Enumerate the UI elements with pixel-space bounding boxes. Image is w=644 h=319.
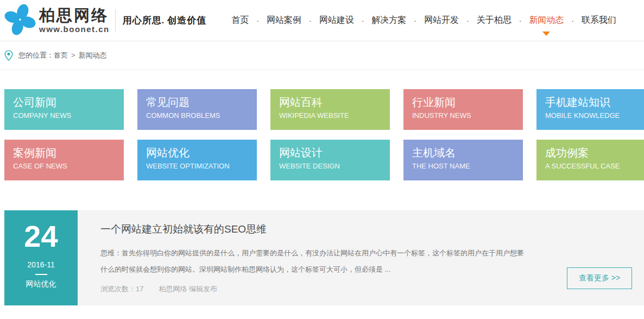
news-excerpt: 思维：首先你得明白你的网站提供的是什么，用户需要的是什么，有没办法让网站在用户心…: [100, 245, 529, 278]
site-header: 柏思网络 www.boonet.cn 用心所思. 创造价值 首页·网站案例·网站…: [0, 0, 644, 41]
nav-item-1[interactable]: 网站案例: [267, 11, 301, 29]
category-card-3[interactable]: 行业新闻 INDUSTRY NEWS: [403, 89, 523, 130]
logo[interactable]: 柏思网络 www.boonet.cn: [4, 4, 110, 37]
category-card-title: 手机建站知识: [545, 95, 644, 109]
news-title-link[interactable]: 一个网站建立初始就该有的SEO思维: [100, 222, 644, 236]
category-card-5[interactable]: 案例新闻 CASE OF NEWS: [4, 140, 124, 180]
news-content: 一个网站建立初始就该有的SEO思维 思维：首先你得明白你的网站提供的是什么，用户…: [78, 210, 644, 305]
category-card-subtitle: THE HOST NAME: [412, 162, 523, 170]
main-nav: 首页·网站案例·网站建设·解决方案·网站开发·关于柏思·新闻动态·联系我们: [231, 11, 616, 29]
nav-separator: ·: [309, 16, 312, 25]
nav-item-4[interactable]: 网站开发: [424, 11, 459, 29]
breadcrumb-text: 您的位置：首页>新闻动态: [18, 51, 107, 60]
news-views: 浏览次数：17: [100, 285, 143, 293]
nav-separator: ·: [256, 16, 259, 25]
news-date-day: 24: [24, 221, 58, 252]
category-card-title: 网站百科: [279, 95, 390, 109]
nav-item-3[interactable]: 解决方案: [371, 11, 406, 29]
news-list-item: 24 2016-11 网站优化 一个网站建立初始就该有的SEO思维 思维：首先你…: [4, 210, 644, 305]
breadcrumb-prefix: 您的位置：: [18, 51, 54, 59]
category-card-subtitle: WIKIPEDIA WEBSITE: [279, 111, 390, 120]
logo-url: www.boonet.cn: [39, 24, 110, 34]
category-card-subtitle: WEBSITE OPTIMIZATION: [146, 162, 257, 170]
nav-separator: ·: [362, 16, 364, 25]
news-publisher: 柏思网络 编辑发布: [159, 285, 217, 293]
category-card-title: 主机域名: [412, 146, 523, 160]
news-meta: 浏览次数：17柏思网络 编辑发布: [100, 284, 644, 294]
category-card-2[interactable]: 网站百科 WIKIPEDIA WEBSITE: [270, 89, 390, 130]
category-card-subtitle: COMMON BROBLEMS: [146, 111, 257, 120]
category-card-title: 公司新闻: [13, 95, 124, 109]
nav-item-0[interactable]: 首页: [231, 11, 249, 29]
breadcrumb-separator: >: [71, 51, 75, 59]
nav-separator: ·: [414, 16, 416, 25]
category-card-subtitle: INDUSTRY NEWS: [412, 111, 523, 120]
nav-item-6[interactable]: 新闻动态: [529, 11, 564, 29]
news-category-label: 网站优化: [26, 279, 56, 289]
category-card-4[interactable]: 手机建站知识 MOBILE KNOWLEDGE: [536, 89, 644, 130]
category-card-title: 网站优化: [146, 146, 257, 160]
nav-separator: ·: [519, 16, 522, 25]
view-more-button[interactable]: 查看更多 >>: [567, 267, 632, 289]
logo-flower-icon: [4, 4, 36, 37]
nav-separator: ·: [466, 16, 469, 25]
breadcrumb-current: 新闻动态: [79, 51, 107, 59]
category-card-subtitle: COMPANY NEWS: [13, 111, 124, 120]
category-card-8[interactable]: 主机域名 THE HOST NAME: [403, 140, 523, 180]
header-divider: [115, 9, 116, 32]
category-card-title: 行业新闻: [412, 95, 523, 109]
breadcrumb: 您的位置：首页>新闻动态: [0, 41, 644, 70]
news-date-month: 2016-11: [27, 260, 54, 269]
category-card-subtitle: WEBSITE DESIGN: [279, 162, 390, 170]
nav-item-2[interactable]: 网站建设: [319, 11, 354, 29]
nav-item-5[interactable]: 关于柏思: [477, 11, 512, 29]
breadcrumb-home-link[interactable]: 首页: [54, 51, 68, 59]
category-grid: 公司新闻 COMPANY NEWS 常见问题 COMMON BROBLEMS 网…: [0, 89, 644, 180]
category-card-9[interactable]: 成功例案 A SUCCESSFUL CASE: [536, 140, 644, 180]
category-card-1[interactable]: 常见问题 COMMON BROBLEMS: [137, 89, 257, 130]
category-card-title: 案例新闻: [13, 146, 124, 160]
location-pin-icon: [4, 50, 13, 61]
category-card-subtitle: CASE OF NEWS: [13, 162, 124, 170]
date-divider: [35, 274, 47, 275]
category-card-subtitle: A SUCCESSFUL CASE: [545, 162, 644, 170]
slogan: 用心所思. 创造价值: [123, 14, 207, 27]
logo-title: 柏思网络: [39, 7, 110, 23]
category-card-title: 常见问题: [146, 95, 257, 109]
category-card-title: 成功例案: [545, 146, 644, 160]
category-card-7[interactable]: 网站设计 WEBSITE DESIGN: [270, 140, 390, 180]
nav-separator: ·: [571, 16, 574, 25]
category-card-6[interactable]: 网站优化 WEBSITE OPTIMIZATION: [137, 140, 257, 180]
nav-item-7[interactable]: 联系我们: [582, 11, 616, 29]
category-card-subtitle: MOBILE KNOWLEDGE: [545, 111, 644, 120]
category-card-title: 网站设计: [279, 146, 390, 160]
news-date-badge[interactable]: 24 2016-11 网站优化: [4, 210, 78, 305]
category-card-0[interactable]: 公司新闻 COMPANY NEWS: [4, 89, 124, 130]
